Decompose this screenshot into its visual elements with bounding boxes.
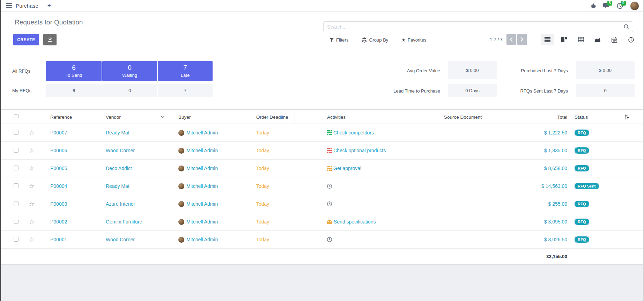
- card-to-send[interactable]: 6 To Send: [46, 61, 102, 81]
- table-row[interactable]: ☆ P00001 Wood Corner Mitchell Admin Toda…: [1, 231, 643, 249]
- new-tab-button[interactable]: +: [47, 2, 51, 9]
- header-order-deadline[interactable]: Order Deadline: [256, 115, 295, 120]
- favorite-star-icon[interactable]: ☆: [29, 165, 35, 172]
- rfq-order-deadline[interactable]: Today: [256, 148, 295, 153]
- rfq-order-deadline[interactable]: Today: [256, 183, 295, 189]
- rfq-activity[interactable]: Check optional products: [295, 148, 413, 153]
- messages-icon[interactable]: 5: [603, 3, 610, 9]
- rfq-order-deadline[interactable]: Today: [256, 237, 295, 242]
- filters-button[interactable]: Filters: [330, 37, 348, 43]
- favorite-star-icon[interactable]: ☆: [29, 183, 35, 190]
- rfq-reference[interactable]: P00005: [37, 166, 93, 171]
- optional-columns-button[interactable]: [613, 114, 643, 120]
- row-checkbox[interactable]: [14, 130, 18, 135]
- table-row[interactable]: ☆ P00006 Wood Corner Mitchell Admin Toda…: [1, 142, 643, 160]
- rfq-reference[interactable]: P00002: [37, 219, 93, 225]
- table-row[interactable]: ☆ P00003 Azure Interior Mitchell Admin T…: [1, 195, 643, 213]
- rfq-buyer[interactable]: Mitchell Admin: [176, 166, 256, 171]
- rfq-reference[interactable]: P00003: [37, 201, 93, 207]
- rfq-total[interactable]: $ 8,658.00: [513, 166, 567, 171]
- rfq-reference[interactable]: P00006: [37, 148, 93, 153]
- rfq-total[interactable]: $ 3,026.50: [513, 237, 567, 242]
- card-late[interactable]: 7 Late: [158, 61, 213, 81]
- row-checkbox[interactable]: [14, 237, 18, 242]
- row-checkbox[interactable]: [14, 183, 18, 188]
- table-row[interactable]: ☆ P00002 Gemini Furniture Mitchell Admin…: [1, 213, 643, 231]
- create-button[interactable]: CREATE: [13, 34, 39, 45]
- rfq-vendor[interactable]: Ready Mat: [93, 183, 176, 189]
- rfq-activity[interactable]: [295, 201, 413, 207]
- row-checkbox[interactable]: [14, 219, 18, 224]
- rfq-order-deadline[interactable]: Today: [256, 130, 295, 135]
- rfq-reference[interactable]: P00007: [37, 130, 93, 135]
- rfq-total[interactable]: $ 14,563.00: [513, 183, 567, 189]
- list-view-button[interactable]: [541, 34, 554, 45]
- calendar-view-button[interactable]: [608, 34, 621, 45]
- favorites-button[interactable]: ★ Favorites: [401, 37, 426, 43]
- graph-view-button[interactable]: [591, 34, 604, 45]
- rfq-vendor[interactable]: Deco Addict: [93, 166, 176, 171]
- favorite-star-icon[interactable]: ☆: [29, 200, 35, 207]
- header-total[interactable]: Total: [513, 115, 567, 120]
- rfq-activity[interactable]: Send specifications: [295, 219, 413, 225]
- favorite-star-icon[interactable]: ☆: [29, 218, 35, 225]
- search-input[interactable]: [324, 24, 624, 30]
- rfq-activity[interactable]: [295, 237, 413, 242]
- rfq-vendor[interactable]: Wood Corner: [93, 148, 176, 153]
- kanban-view-button[interactable]: [557, 34, 571, 45]
- my-waiting-count[interactable]: 0: [102, 84, 157, 97]
- rfq-buyer[interactable]: Mitchell Admin: [176, 219, 256, 225]
- rfq-total[interactable]: $ 1,222.50: [513, 130, 567, 135]
- rfq-vendor[interactable]: Ready Mat: [93, 130, 176, 135]
- row-checkbox[interactable]: [14, 201, 18, 206]
- rfq-activity[interactable]: [295, 183, 413, 189]
- header-activities[interactable]: Activities: [295, 110, 413, 124]
- activity-view-button[interactable]: [624, 34, 638, 45]
- rfq-total[interactable]: $ 255.00: [513, 201, 567, 207]
- rfq-total[interactable]: $ 1,335.00: [513, 148, 567, 153]
- rfq-buyer[interactable]: Mitchell Admin: [176, 148, 256, 154]
- rfq-vendor[interactable]: Wood Corner: [93, 237, 176, 242]
- rfq-reference[interactable]: P00001: [37, 237, 93, 242]
- rfq-vendor[interactable]: Azure Interior: [93, 201, 176, 207]
- pivot-view-button[interactable]: [574, 34, 587, 45]
- table-row[interactable]: ☆ P00004 Ready Mat Mitchell Admin Today …: [1, 177, 643, 195]
- header-reference[interactable]: Reference: [37, 115, 93, 120]
- favorite-star-icon[interactable]: ☆: [29, 129, 35, 136]
- app-name[interactable]: Purchase: [16, 3, 38, 9]
- header-status[interactable]: Status: [567, 115, 613, 120]
- header-buyer[interactable]: Buyer: [176, 115, 256, 120]
- apps-menu-icon[interactable]: [6, 2, 12, 9]
- rfq-order-deadline[interactable]: Today: [256, 219, 295, 225]
- my-late-count[interactable]: 7: [158, 84, 213, 97]
- rfq-activity[interactable]: Get approval: [295, 166, 413, 171]
- rfq-total[interactable]: $ 3,095.00: [513, 219, 567, 225]
- rfq-buyer[interactable]: Mitchell Admin: [176, 201, 256, 207]
- header-vendor[interactable]: Vendor: [93, 115, 176, 120]
- rfq-activity[interactable]: Check competitors: [295, 130, 413, 135]
- my-to-send-count[interactable]: 6: [46, 84, 102, 97]
- row-checkbox[interactable]: [14, 148, 18, 153]
- group-by-button[interactable]: Group By: [362, 37, 388, 43]
- table-row[interactable]: ☆ P00005 Deco Addict Mitchell Admin Toda…: [1, 160, 643, 177]
- activities-clock-icon[interactable]: 9: [617, 3, 623, 9]
- export-button[interactable]: [43, 34, 57, 45]
- user-avatar[interactable]: [630, 1, 639, 10]
- header-source-document[interactable]: Source Document: [413, 115, 513, 120]
- search-icon[interactable]: [624, 24, 629, 30]
- rfq-buyer[interactable]: Mitchell Admin: [176, 183, 256, 189]
- rfq-reference[interactable]: P00004: [37, 183, 93, 189]
- favorite-star-icon[interactable]: ☆: [29, 147, 35, 154]
- row-checkbox[interactable]: [14, 166, 18, 170]
- favorite-star-icon[interactable]: ☆: [29, 236, 35, 243]
- rfq-order-deadline[interactable]: Today: [256, 166, 295, 171]
- rfq-buyer[interactable]: Mitchell Admin: [176, 130, 256, 136]
- pager-previous-button[interactable]: [506, 34, 516, 45]
- pager-next-button[interactable]: [517, 34, 527, 45]
- debug-bug-icon[interactable]: [591, 3, 596, 9]
- table-row[interactable]: ☆ P00007 Ready Mat Mitchell Admin Today …: [1, 124, 643, 142]
- select-all-checkbox[interactable]: [14, 114, 18, 119]
- card-waiting[interactable]: 0 Waiting: [102, 61, 157, 81]
- rfq-vendor[interactable]: Gemini Furniture: [93, 219, 176, 225]
- rfq-order-deadline[interactable]: Today: [256, 201, 295, 207]
